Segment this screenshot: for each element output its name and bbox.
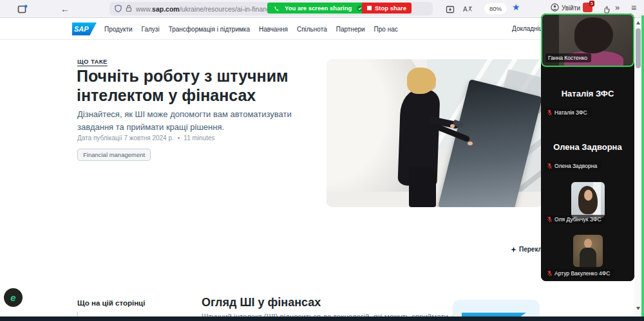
scrollbar-up-arrow[interactable]	[636, 21, 640, 24]
read-time: 11 minutes	[184, 134, 214, 142]
back-button[interactable]: ←	[58, 2, 72, 16]
nav-item-partners[interactable]: Партнери	[336, 26, 365, 33]
toc-heading: Що на цій сторінці	[77, 299, 145, 307]
scrollbar-thumb[interactable]	[636, 28, 641, 68]
screen-share-border	[641, 15, 644, 316]
app-menu-icon[interactable]: ≡	[631, 3, 636, 13]
overflow-menu-icon[interactable]: »	[615, 3, 618, 12]
nav-item-transformation[interactable]: Трансформація і підтримка	[169, 26, 250, 33]
account-icon	[551, 3, 559, 13]
url-text[interactable]: www.sap.com/ukraine/resources/ai-in-fina…	[136, 5, 274, 13]
scrollbar-down-arrow[interactable]	[636, 307, 640, 310]
article-tag[interactable]: Financial management	[77, 149, 151, 161]
publish-date: Дата публікації 7 жовтня 2024 р.	[77, 134, 174, 142]
article-title: Почніть роботу з штучним інтелектом у фі…	[77, 66, 320, 105]
translate-page-icon[interactable]: A	[460, 2, 475, 16]
section-heading: Огляд ШІ у фінансах	[202, 296, 321, 309]
muted-mic-icon	[547, 270, 553, 277]
stop-share-button[interactable]: Stop share	[362, 3, 412, 14]
main-nav: Продукти Галузі Трансформація і підтримк…	[104, 18, 398, 40]
signin-button[interactable]: Увійти	[551, 3, 580, 13]
share-banner-label: You are screen sharing	[285, 5, 352, 12]
participant-nametag: Наталія ЗФС	[544, 108, 591, 117]
tab-icon[interactable]	[15, 2, 30, 16]
article-meta: Дата публікації 7 жовтня 2024 р. • 11 mi…	[77, 134, 215, 142]
muted-mic-icon	[547, 163, 553, 169]
article-eyebrow: ЩО ТАКЕ	[77, 58, 108, 66]
muted-mic-icon	[547, 216, 553, 223]
nav-item-community[interactable]: Спільнота	[297, 26, 327, 33]
save-page-icon[interactable]	[443, 2, 457, 16]
bottom-bar	[0, 316, 644, 321]
lock-icon[interactable]	[126, 3, 132, 15]
stop-share-label: Stop share	[375, 5, 406, 12]
meeting-participants-panel[interactable]: Ганна Костенко Наталія ЗФС Наталія ЗФС О…	[541, 14, 634, 281]
meta-separator: •	[178, 134, 180, 142]
translate-link[interactable]: Перекл	[511, 246, 542, 253]
nav-item-industries[interactable]: Галузі	[142, 26, 160, 33]
screen: ← → ↻ www.sap.com/ukraine/resources/ai-i…	[0, 0, 644, 321]
signin-label: Увійти	[562, 5, 580, 12]
nav-item-products[interactable]: Продукти	[104, 26, 133, 33]
shield-icon[interactable]	[115, 3, 122, 15]
participant-tile-avatar[interactable]: Оля Дубінчук ЗФС	[541, 174, 634, 227]
hero-image	[327, 59, 543, 207]
muted-mic-icon	[547, 109, 553, 116]
participant-nametag: Олена Задворна	[544, 161, 601, 170]
page-zoom-badge[interactable]: 80%	[484, 3, 507, 14]
participant-avatar	[573, 235, 603, 267]
participant-nametag: Ганна Костенко	[545, 53, 591, 62]
svg-text:A: A	[463, 6, 468, 13]
participant-avatar	[571, 182, 605, 218]
stop-icon	[367, 6, 372, 10]
participant-tile-camera-off[interactable]: Олена Задворна Олена Задворна	[541, 120, 634, 174]
phone-icon	[274, 3, 279, 14]
extension-badge: 5	[589, 1, 594, 6]
screen-share-banner: You are screen sharing	[267, 3, 370, 14]
translate-label: Перекл	[519, 246, 542, 253]
nav-item-learning[interactable]: Навчання	[259, 26, 288, 33]
participant-nametag: Оля Дубінчук ЗФС	[544, 215, 605, 224]
participant-tile-video[interactable]: Ганна Костенко	[541, 14, 634, 67]
sparkle-icon	[511, 246, 516, 253]
participant-tile-camera-off[interactable]: Наталія ЗФС Наталія ЗФС	[541, 67, 634, 120]
adblock-extension-icon[interactable]: 5	[583, 3, 592, 12]
participant-nametag: Артур Вакуленко 4ФС	[544, 269, 614, 278]
bookmark-star-icon[interactable]: ★	[512, 2, 520, 12]
floating-widget-button[interactable]: e	[4, 288, 23, 307]
nav-item-about[interactable]: Про нас	[374, 26, 398, 33]
sap-logo[interactable]: SAP	[72, 23, 97, 35]
article-subtitle: Дізнайтеся, як ШІ може допомогти вам авт…	[77, 108, 317, 133]
participant-tile-avatar[interactable]: Артур Вакуленко 4ФС	[541, 227, 634, 281]
